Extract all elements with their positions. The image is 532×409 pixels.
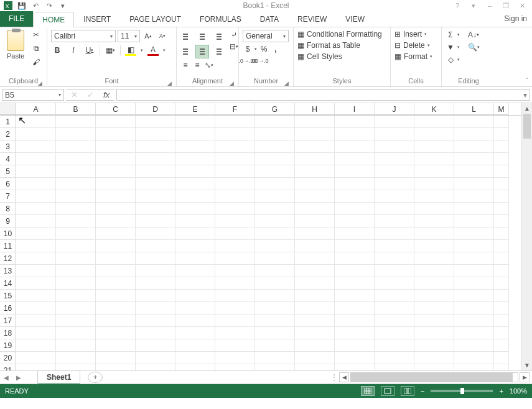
ribbon-display-options-icon[interactable]: ▾ [467,2,480,10]
cell[interactable] [255,140,295,153]
row-header[interactable]: 13 [0,265,16,277]
cell[interactable] [414,339,454,352]
cell[interactable] [215,203,255,215]
cell[interactable] [56,116,96,128]
vertical-scroll-thumb[interactable] [523,114,531,139]
cell[interactable] [215,116,255,128]
font-launcher-icon[interactable]: ◢ [166,79,172,85]
font-name-combo[interactable]: Calibri▾ [51,30,116,42]
cell[interactable] [56,265,96,277]
cell[interactable] [335,352,375,364]
cell[interactable] [295,128,335,140]
row-header[interactable]: 17 [0,315,16,327]
cell[interactable] [414,153,454,165]
cell[interactable] [96,215,136,227]
cell[interactable] [215,290,255,302]
cell[interactable] [96,240,136,252]
cell[interactable] [414,290,454,302]
cell[interactable] [175,227,215,240]
cell[interactable] [414,265,454,277]
cell[interactable] [494,215,509,227]
cell[interactable] [215,178,255,190]
cell[interactable] [96,277,136,290]
cell[interactable] [335,339,375,352]
cell[interactable] [454,140,494,153]
cell[interactable] [335,153,375,165]
cell[interactable] [175,215,215,227]
cell[interactable] [16,315,56,327]
cell[interactable] [175,190,215,203]
cell[interactable] [16,153,56,165]
cell[interactable] [375,240,414,252]
bold-button[interactable]: B [51,44,63,57]
currency-icon[interactable]: $ [243,44,253,54]
sort-filter-icon[interactable]: A↓▾ [469,30,478,40]
insert-cells-button[interactable]: ⊞Insert▾ [394,30,432,39]
format-painter-icon[interactable]: 🖌 [31,57,41,67]
row-header[interactable]: 10 [0,227,16,240]
cell[interactable] [335,290,375,302]
cell[interactable] [494,227,509,240]
font-color-button[interactable]: A [147,44,159,57]
increase-indent-icon[interactable]: ≡ [192,60,202,70]
cell[interactable] [375,252,414,265]
cell[interactable] [414,128,454,140]
insert-function-icon[interactable]: fx [98,90,114,99]
paste-button[interactable]: Paste [4,30,27,61]
align-center[interactable] [195,45,209,58]
cell[interactable] [215,352,255,364]
cell[interactable] [335,190,375,203]
cell[interactable] [56,352,96,364]
cell[interactable] [136,165,175,178]
cell[interactable] [136,252,175,265]
cell[interactable] [215,277,255,290]
shrink-font-icon[interactable]: A▾ [156,30,169,42]
cell[interactable] [255,178,295,190]
cell[interactable] [414,178,454,190]
cell[interactable] [56,140,96,153]
cell[interactable] [16,190,56,203]
cell[interactable] [215,327,255,339]
cell[interactable] [295,364,335,370]
cell[interactable] [215,190,255,203]
cell[interactable] [56,203,96,215]
zoom-in-button[interactable]: + [499,387,503,395]
cell[interactable] [136,315,175,327]
cell[interactable] [454,315,494,327]
cell[interactable] [414,352,454,364]
cell[interactable] [494,165,509,178]
cell[interactable] [295,190,335,203]
cell[interactable] [414,315,454,327]
tab-home[interactable]: HOME [33,12,74,27]
cell[interactable] [136,153,175,165]
column-header[interactable]: K [414,103,454,115]
cell[interactable] [255,327,295,339]
cell[interactable] [175,116,215,128]
page-layout-view-icon[interactable] [381,386,394,396]
cell[interactable] [175,302,215,315]
cell[interactable] [335,116,375,128]
fill-dropdown-icon[interactable]: ▾ [457,45,460,50]
row-header[interactable]: 8 [0,203,16,215]
excel-app-icon[interactable]: X [1,0,15,11]
cell[interactable] [414,215,454,227]
cell[interactable] [215,315,255,327]
cell[interactable] [375,290,414,302]
cell[interactable] [255,227,295,240]
cell[interactable] [335,203,375,215]
cell[interactable] [375,227,414,240]
cell[interactable] [16,215,56,227]
cell[interactable] [16,352,56,364]
align-top-center[interactable] [195,30,209,44]
cell[interactable] [494,315,509,327]
merge-center-icon[interactable]: ⊟▾ [229,42,239,52]
cell[interactable] [494,277,509,290]
tab-page-layout[interactable]: PAGE LAYOUT [120,11,190,27]
autosum-icon[interactable]: Σ [446,30,455,40]
hscroll-right-icon[interactable]: ▶ [520,372,530,382]
cell[interactable] [454,277,494,290]
cell[interactable] [255,240,295,252]
comma-icon[interactable]: , [271,44,281,54]
cell[interactable] [136,352,175,364]
cell[interactable] [295,140,335,153]
